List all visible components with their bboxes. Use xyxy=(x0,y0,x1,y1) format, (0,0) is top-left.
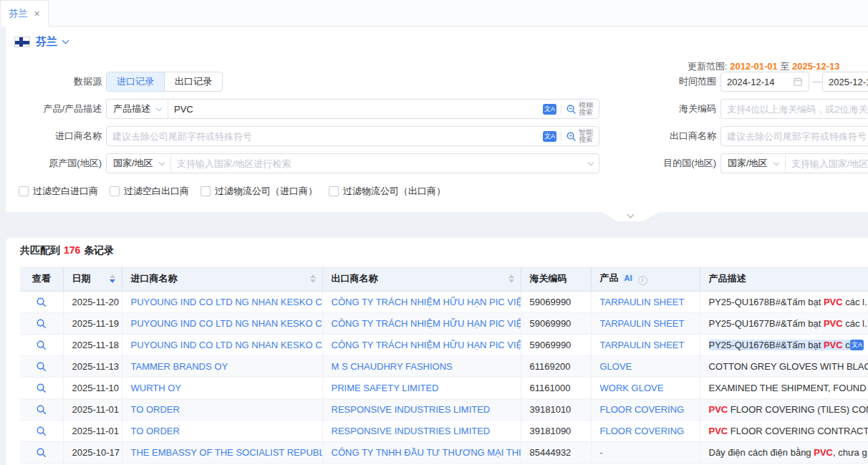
country-selector[interactable]: 芬兰 xyxy=(14,34,68,49)
product-link[interactable]: FLOOR COVERING xyxy=(600,426,685,436)
origin-country-input[interactable] xyxy=(171,154,582,173)
exporter-input[interactable] xyxy=(720,126,868,146)
hs-code-input[interactable] xyxy=(720,99,868,119)
filter-checkbox[interactable]: 过滤物流公司（出口商） xyxy=(329,185,445,198)
sort-asc-icon xyxy=(508,274,514,278)
importer-link[interactable]: TO ORDER xyxy=(131,426,180,436)
filter-checkbox[interactable]: 过滤空白进口商 xyxy=(19,185,98,198)
filter-checkbox[interactable]: 过滤空白出口商 xyxy=(110,185,189,198)
importer-link[interactable]: WURTH OY xyxy=(131,383,182,393)
exporter-link[interactable]: CÔNG TY TRÁCH NHIỆM HỮU HẠN PIC VIỆ... xyxy=(332,297,521,307)
import-records-tab[interactable]: 进口记录 xyxy=(107,72,164,91)
exporter-link[interactable]: RESPONSIVE INDUSTRIES LIMITED xyxy=(332,404,491,415)
exporter-sorter[interactable] xyxy=(508,274,514,283)
importer-link[interactable]: TO ORDER xyxy=(131,404,180,415)
view-cell[interactable] xyxy=(20,291,63,312)
view-cell[interactable] xyxy=(20,420,63,441)
summary-suffix: 条记录 xyxy=(84,244,114,256)
importer-link[interactable]: PUYOUNG IND CO LTD NG NHAN KESKO C... xyxy=(131,340,323,350)
translate-icon[interactable]: 文A xyxy=(850,340,864,350)
product-cell: FLOOR COVERING xyxy=(591,420,700,441)
exporter-cell: CÔNG TY TRÁCH NHIỆM HỮU HẠN PIC VIỆ... xyxy=(322,291,521,312)
product-link[interactable]: TARPAULIN SHEET xyxy=(600,340,685,350)
time-from-input[interactable] xyxy=(721,72,793,91)
smart-search-button[interactable]: 智能 搜索 xyxy=(566,129,593,143)
exporter-link[interactable]: CÔNG TY TRÁCH NHIỆM HỮU HẠN PIC VIỆ... xyxy=(332,340,521,350)
checkbox-label: 过滤物流公司（进口商） xyxy=(215,185,317,198)
product-link[interactable]: GLOVE xyxy=(600,361,632,372)
translate-icon[interactable]: 文A xyxy=(543,104,556,115)
view-cell[interactable] xyxy=(20,334,63,355)
column-header-importer[interactable]: 进口商名称 xyxy=(122,267,322,291)
info-icon[interactable]: i xyxy=(638,276,647,285)
date-sorter[interactable] xyxy=(110,274,115,283)
product-search-group: 产品描述 文A 模糊 搜索 xyxy=(106,99,599,119)
fuzzy-search-button[interactable]: 模糊 搜索 xyxy=(566,102,593,116)
product-cell: TARPAULIN SHEET xyxy=(591,312,700,334)
exporter-label: 出口商名称 xyxy=(630,126,716,146)
exporter-link[interactable]: CÔNG TY TRÁCH NHIỆM HỮU HẠN PIC VIỆ... xyxy=(332,318,521,329)
checkbox-icon[interactable] xyxy=(19,186,29,196)
importer-link[interactable]: THE EMBASSY OF THE SOCIALIST REPUBLIC... xyxy=(131,447,323,458)
product-link[interactable]: WORK GLOVE xyxy=(600,383,664,393)
product-type-select[interactable]: 产品描述 xyxy=(107,100,168,118)
export-records-tab[interactable]: 出口记录 xyxy=(164,72,222,91)
exporter-link[interactable]: PRIME SAFETY LIMITED xyxy=(332,383,439,393)
hs-code-cell: 61161000 xyxy=(521,377,591,398)
view-magnifier-icon xyxy=(36,318,47,329)
view-cell[interactable] xyxy=(20,377,63,398)
update-to-date: 2025-12-13 xyxy=(792,61,840,72)
date-cell: 2025-11-19 xyxy=(63,312,122,334)
checkbox-icon[interactable] xyxy=(110,186,120,196)
hs-code-label: 海关编码 xyxy=(630,99,716,119)
importer-input[interactable] xyxy=(107,127,543,145)
product-link[interactable]: TARPAULIN SHEET xyxy=(600,297,685,307)
time-range-label: 时间范围 xyxy=(630,72,716,92)
exporter-link[interactable]: CÔNG TY TNHH ĐẦU TƯ THƯƠNG MẠI THI... xyxy=(332,447,521,458)
importer-cell: THE EMBASSY OF THE SOCIALIST REPUBLIC... xyxy=(122,441,322,463)
destination-country-group: 国家/地区 xyxy=(720,153,868,173)
importer-link[interactable]: PUYOUNG IND CO LTD NG NHAN KESKO C... xyxy=(131,297,323,307)
origin-type-select[interactable]: 国家/地区 xyxy=(107,154,171,173)
importer-link[interactable]: PUYOUNG IND CO LTD NG NHAN KESKO C... xyxy=(131,318,323,329)
view-magnifier-icon xyxy=(36,340,47,350)
date-cell: 2025-11-01 xyxy=(63,398,122,420)
destination-type-select[interactable]: 国家/地区 xyxy=(721,154,786,173)
view-cell[interactable] xyxy=(20,398,63,420)
time-to-input[interactable] xyxy=(823,72,868,91)
data-source-label: 数据源 xyxy=(6,72,102,92)
product-link[interactable]: - xyxy=(600,447,603,458)
filter-checkbox[interactable]: 过滤物流公司（进口商） xyxy=(201,185,317,198)
table-row: 2025-11-18 PUYOUNG IND CO LTD NG NHAN KE… xyxy=(20,334,868,355)
view-cell[interactable] xyxy=(20,312,63,334)
hs-code-cell: 59069990 xyxy=(521,291,591,312)
view-cell[interactable] xyxy=(20,355,63,377)
product-link[interactable]: TARPAULIN SHEET xyxy=(600,318,685,329)
description-text: PVC FLOOR COVERING (TILES) CONT... xyxy=(709,404,868,415)
destination-country-label: 目的国(地区) xyxy=(630,153,716,173)
column-header-exporter[interactable]: 出口商名称 xyxy=(322,267,521,291)
smart-search-label: 智能 搜索 xyxy=(579,129,593,143)
table-row: 2025-11-10 WURTH OY PRIME SAFETY LIMITED… xyxy=(20,377,868,398)
collapse-panel-handle[interactable] xyxy=(602,212,659,221)
translate-icon[interactable]: 文A xyxy=(543,131,556,142)
importer-link[interactable]: TAMMER BRANDS OY xyxy=(131,361,228,372)
importer-sorter[interactable] xyxy=(310,274,316,283)
calendar-icon[interactable] xyxy=(793,77,809,87)
table-body: 2025-11-20 PUYOUNG IND CO LTD NG NHAN KE… xyxy=(20,291,868,463)
view-magnifier-icon xyxy=(36,426,47,436)
column-header-date[interactable]: 日期 xyxy=(63,267,122,291)
tab-finland[interactable]: 芬兰 × xyxy=(0,0,49,27)
description-cell: Dây điện cách điện bằng PVC, chưa g... 文… xyxy=(700,441,868,463)
tab-close-icon[interactable]: × xyxy=(34,9,39,19)
destination-country-input[interactable] xyxy=(786,154,868,173)
checkbox-icon[interactable] xyxy=(201,186,211,196)
checkbox-icon[interactable] xyxy=(329,186,339,196)
view-cell[interactable] xyxy=(20,441,63,463)
exporter-link[interactable]: RESPONSIVE INDUSTRIES LIMITED xyxy=(332,426,491,436)
product-link[interactable]: FLOOR COVERING xyxy=(600,404,685,415)
table-row: 2025-11-20 PUYOUNG IND CO LTD NG NHAN KE… xyxy=(20,291,868,312)
product-search-input[interactable] xyxy=(168,100,543,118)
exporter-link[interactable]: M S CHAUDHRY FASHIONS xyxy=(332,361,453,372)
hs-code-cell: 59069990 xyxy=(521,312,591,334)
